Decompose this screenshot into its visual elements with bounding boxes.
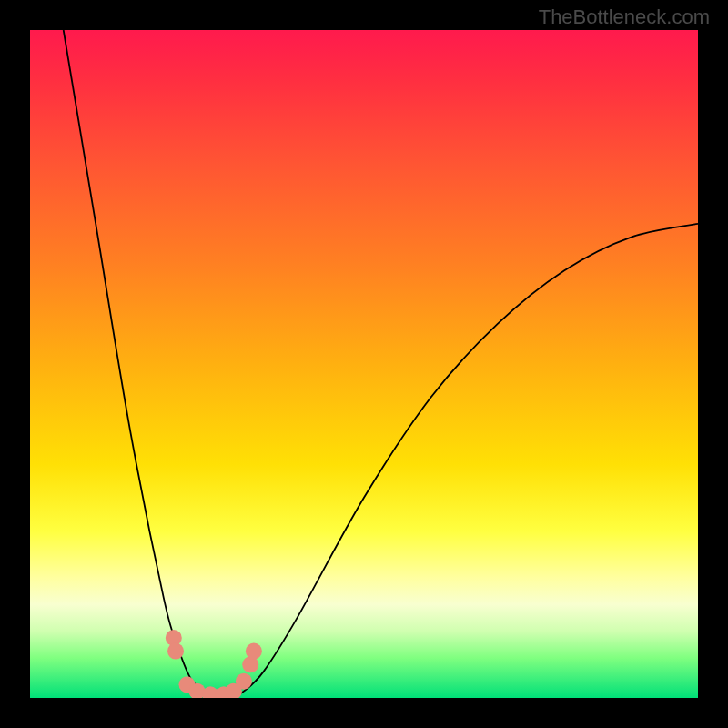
highlight-marker [167,643,184,660]
highlight-marker [236,673,252,690]
bottleneck-curve-path [64,30,698,698]
chart-plot-area [30,30,698,698]
watermark-text: TheBottleneck.com [539,5,710,29]
highlight-marker [246,643,262,660]
highlight-markers [166,630,262,698]
chart-svg [30,30,698,698]
